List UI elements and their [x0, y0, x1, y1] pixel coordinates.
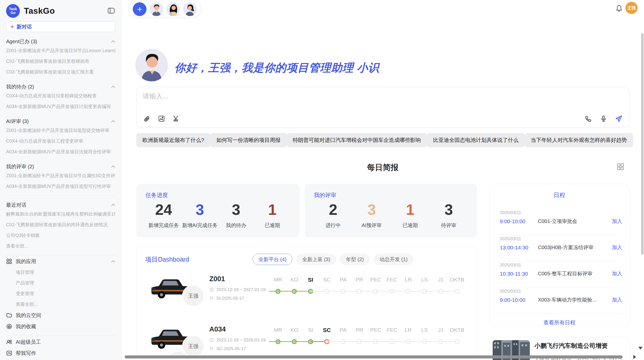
stat-column: 3待评审 [430, 202, 468, 229]
main-content: + 王强 你好，王强，我是你的项目管理助理 小识 [122, 0, 644, 360]
agent-avatar-1[interactable] [150, 2, 163, 16]
tasks2-item-2[interactable]: A034-全新新能源MUV产品开发项目法规符合性评审 [6, 146, 115, 157]
input-toolbar [143, 114, 623, 124]
event-join-link[interactable]: 加入 [612, 270, 622, 277]
user-avatar[interactable]: 王强 [625, 2, 638, 14]
image-upload-button[interactable] [157, 115, 166, 123]
chevron-up-icon[interactable] [111, 165, 115, 168]
chevron-up-icon[interactable] [111, 40, 115, 43]
greeting-title: 你好，王强，我是你的项目管理助理 小识 [174, 61, 379, 75]
dashboard-tab-3[interactable]: 动总开发 (1) [374, 254, 413, 265]
scroll-down-arrow[interactable] [638, 347, 642, 350]
stat-column: 2进行中 [314, 202, 353, 229]
add-agent-button[interactable]: + [133, 2, 147, 16]
tasks0-item-2[interactable]: C02-飞腾新能源轻客改款项目立项汇报方案 [6, 67, 115, 77]
sidebar-item-favorites[interactable]: 我的收藏 [6, 321, 115, 332]
recent-item-2[interactable]: 公司Q3轻卡销量 [6, 230, 115, 241]
attachment-button[interactable] [143, 115, 151, 123]
horizontal-scrollbar[interactable] [125, 355, 623, 358]
recent-item-3[interactable]: 查看全部... [6, 241, 115, 251]
agent-avatar-3[interactable] [183, 2, 197, 16]
event-join-link[interactable]: 加入 [612, 218, 622, 225]
suggestion-chip-0[interactable]: 欧洲新规最近颁布了什么? [136, 133, 210, 147]
stat-label: AI预评审 [353, 222, 391, 229]
event-row: 13:00-14:30C003|H0B-方案冻结评审加入 [500, 244, 622, 251]
section-header-tasks2[interactable]: AI评审 (3) [6, 117, 115, 125]
sidebar-item-creative-drawing[interactable]: 创意制图 [6, 359, 115, 360]
section-title: Agent已办 (3) [6, 38, 37, 45]
dashboard-tab-2[interactable]: 年型 (2) [340, 254, 370, 265]
new-chat-label: 新对话 [17, 23, 32, 30]
event-date: 2025/03/11 [500, 236, 521, 242]
section-header-recent[interactable]: 最近对话 [6, 201, 115, 209]
news-title: 小鹏飞行汽车制造公司增资 [534, 342, 627, 350]
section-header-tasks3[interactable]: 我的评审 (2) [6, 163, 115, 170]
my-apps-item-0[interactable]: 项目管理 [6, 267, 115, 278]
tasks0-item-0[interactable]: Z001-全新燃油皮卡产品开发项目SI节点Lesson Learn报告 [6, 45, 115, 56]
chevron-up-icon[interactable] [111, 260, 115, 263]
flag-text: SI-2025-05-17 [216, 296, 244, 301]
milestone-label-J1: J1 [433, 277, 449, 283]
daily-briefing-title: 每日简报 [136, 162, 629, 173]
suggestion-chip-1[interactable]: 如何写一份清晰的项目周报 [210, 133, 287, 147]
dashboard-tab-1[interactable]: 全新上装 (3) [296, 254, 336, 265]
tasks3-item-0[interactable]: Z001-全新燃油轻卡产品开发项目SI节点属性5D文件评审 [6, 170, 115, 181]
chevron-up-icon[interactable] [111, 120, 115, 123]
stat-column: 1已逾期 [254, 202, 291, 229]
microphone-icon [600, 115, 607, 122]
collapse-sidebar-icon[interactable] [108, 8, 115, 14]
sidebar-item-cloud-space[interactable]: 我的云空间 [6, 310, 115, 321]
new-chat-button[interactable]: + 新对话 [6, 21, 115, 32]
tasks3-item-1[interactable]: A034-全新新能源MUV产品开发项目造型可行性评审 [6, 181, 115, 192]
section-title: 我的待办 (2) [6, 83, 34, 90]
chevron-up-icon[interactable] [111, 204, 115, 206]
send-button[interactable] [615, 115, 623, 123]
suggestion-chip-3[interactable]: 比亚迪全固态电池计划具体说了什么 [427, 133, 525, 147]
chat-input[interactable] [143, 92, 623, 114]
tasks0-item-1[interactable]: C02-飞腾新能源轻客改款项目里程碑画布 [6, 56, 115, 67]
agent-avatar-2[interactable] [166, 2, 180, 16]
my-apps-item-2[interactable]: 变更管理 [6, 288, 115, 299]
recent-item-0[interactable]: 解释最新出台的欧盟报废车法规再生塑料比例被调至15%... [6, 209, 115, 219]
sidebar-item-my-apps[interactable]: 我的应用 [6, 256, 115, 267]
recent-item-1[interactable]: C02-飞腾新能源轻客改款项目的闭环通告反馈情况 [6, 219, 115, 230]
my-apps-item-1[interactable]: 产品管理 [6, 278, 115, 288]
event-row: 9:00-10:00X003-车辆动力学性能验...加入 [500, 296, 622, 303]
view-all-schedule-link[interactable]: 查看所有日程 [497, 319, 622, 326]
event-join-link[interactable]: 加入 [612, 296, 622, 303]
milestone-label-SC: SC [319, 277, 335, 283]
tasks1-item-0[interactable]: C0X4-动力总成开发项目SI里程碑提交物检查 [6, 91, 115, 101]
sidebar-item-help-me-write[interactable]: 帮我写作 [6, 348, 115, 359]
scroll-right-arrow[interactable] [633, 355, 636, 359]
stat-value: 3 [218, 202, 254, 217]
my-apps-item-3[interactable]: 查看全部... [6, 299, 115, 310]
stat-value: 3 [182, 202, 218, 217]
stat-label: 已逾期 [254, 222, 291, 229]
section-header-tasks0[interactable]: Agent已办 (3) [6, 38, 115, 45]
agent-switcher: + [128, 1, 201, 17]
tasks1-item-1[interactable]: A034-全新新能源MUV产品开发项目计划变更表编写 [6, 101, 115, 112]
stat-value: 24 [145, 202, 182, 217]
event-join-link[interactable]: 加入 [612, 244, 622, 251]
suggestion-chip-4[interactable]: 当下年轻人对汽车外观有怎样的喜好趋势 [525, 133, 633, 147]
milestone-label-OKTB: OKTB [449, 277, 465, 283]
sidebar-item-ai-super-staff[interactable]: AI超级员工 [6, 336, 115, 348]
suggestion-chip-2[interactable]: 特朗普可能对进口汽车增税会对中国车企造成哪些影响 [287, 133, 427, 147]
milestone-label-PEC: PEC [368, 277, 384, 283]
stat-value: 3 [430, 202, 468, 217]
divider [6, 195, 115, 196]
notification-bell-icon[interactable] [615, 4, 623, 12]
voice-call-button[interactable] [584, 115, 592, 123]
vertical-scrollbar[interactable] [641, 33, 643, 255]
screenshot-button[interactable] [172, 115, 180, 123]
tasks2-item-1[interactable]: C0X4-动力总成开发项目工程变更评审 [6, 136, 115, 146]
project-row-A034[interactable]: 王强A0342023-12-19 ~ 2026-01-19SC-2025-05-… [137, 323, 477, 356]
layout-grid-icon[interactable] [617, 163, 624, 170]
dashboard-tab-0[interactable]: 全新平台 (4) [253, 254, 292, 265]
section-header-tasks1[interactable]: 我的待办 (2) [6, 83, 115, 91]
microphone-button[interactable] [599, 115, 608, 123]
project-row-Z001[interactable]: 王强Z0012023-12-19 ~ 2027-01-19SI-2025-05-… [137, 273, 477, 319]
my-apps-items: 项目管理产品管理变更管理查看全部... [6, 267, 115, 310]
tasks2-item-0[interactable]: Z001-全新燃油轻卡产品开发项目SI造型提交物评审 [6, 125, 115, 136]
chevron-up-icon[interactable] [111, 85, 115, 88]
